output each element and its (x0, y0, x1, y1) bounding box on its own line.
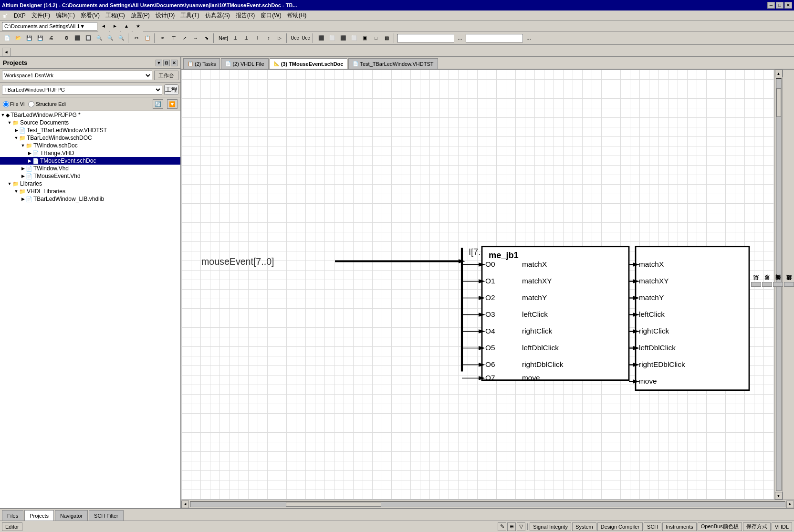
filter-input[interactable] (466, 34, 523, 42)
filter-status-icon[interactable]: ▽ (517, 522, 525, 531)
workspace-button[interactable]: 工作台 (154, 71, 178, 80)
tb-btn-8[interactable]: 🔍 (94, 33, 104, 43)
bottom-tab-schfilter[interactable]: SCH Filter (89, 510, 124, 521)
paste-btn[interactable]: 📋 (142, 33, 153, 43)
tb-btn-32[interactable]: … (523, 33, 534, 43)
bottom-tab-projects[interactable]: Projects (24, 510, 54, 521)
file-view-radio[interactable]: File Vi (3, 101, 24, 107)
tb-btn-5[interactable]: ⚙ (61, 33, 72, 43)
scroll-up-btn[interactable]: ▲ (775, 70, 783, 77)
tab-test[interactable]: 📄Test_TBarLedWindow.VHDTST (348, 58, 438, 69)
side-tab-1[interactable]: 测量导线 (784, 282, 794, 287)
panel-pin-btn[interactable]: ▼ (156, 60, 162, 66)
tree-item-trange[interactable]: ▶📄TRange.VHD (0, 149, 180, 157)
tab-tasks[interactable]: 📋(2) Tasks (183, 58, 220, 69)
close-button[interactable]: ✕ (784, 2, 792, 9)
menu-item-tools[interactable]: 工具(T) (178, 10, 202, 21)
refresh-btn[interactable]: 🔄 (153, 99, 163, 109)
tb-btn-14[interactable]: ↗ (179, 33, 190, 43)
editor-status[interactable]: Editor (2, 522, 22, 531)
panel-close-btn[interactable]: ✕ (171, 60, 178, 66)
tree-expand-twindow_vhd[interactable]: ▶ (20, 166, 26, 171)
print-btn[interactable]: 🖨 (46, 33, 56, 43)
tree-expand-tbar_lib[interactable]: ▶ (20, 197, 26, 201)
open-btn[interactable]: 📂 (13, 33, 23, 43)
tree-expand-tbar_sch[interactable]: ▼ (13, 136, 19, 140)
tree-item-vhdl_libs[interactable]: ▼📁VHDL Libraries (0, 188, 180, 195)
side-tab-3[interactable]: 波形 (762, 282, 772, 287)
tree-item-test_vhd[interactable]: ▶📄Test_TBarLedWindow.VHDTST (0, 126, 180, 134)
tb-btn-11[interactable]: ✂ (131, 33, 142, 43)
target-icon[interactable]: ⊕ (507, 522, 516, 531)
tb-btn-6[interactable]: ⬛ (72, 33, 83, 43)
filter-btn[interactable]: 🔽 (167, 99, 178, 109)
vhdl-label[interactable]: VHDL (772, 522, 792, 531)
tab-tmouse[interactable]: 📐(3) TMouseEvent.schDoc (270, 58, 348, 69)
menu-item-project[interactable]: 工程(C) (103, 10, 128, 21)
nav-forward-button[interactable]: ► (110, 21, 120, 31)
menu-item-design[interactable]: 设计(D) (153, 10, 178, 21)
tree-expand-root[interactable]: ▼ (0, 113, 6, 117)
save-btn[interactable]: 💾 (24, 33, 34, 43)
side-tab-4[interactable]: 规则 (751, 282, 761, 287)
nav-bookmark-button[interactable]: ★ (133, 21, 143, 31)
tb-btn-13[interactable]: ⊤ (168, 33, 179, 43)
tree-expand-tmouse_sch[interactable]: ▶ (27, 158, 32, 163)
tb-btn-27[interactable]: ⬜ (349, 33, 359, 43)
h-scroll-thumb[interactable] (286, 502, 381, 507)
save-method-label[interactable]: 保存方式 (743, 522, 771, 531)
nav-up-button[interactable]: ▲ (121, 21, 132, 31)
nav-back-button[interactable]: ◄ (98, 21, 109, 31)
tree-item-tbar_lib[interactable]: ▶📄TBarLedWindow_LIB.vhdlib (0, 195, 180, 203)
bottom-tab-navigator[interactable]: Navigator (55, 510, 88, 521)
tree-expand-libs[interactable]: ▼ (7, 181, 12, 186)
tb-btn-17[interactable]: ⊥ (230, 33, 241, 43)
scroll-right-btn[interactable]: ► (786, 501, 794, 508)
tb-btn-12[interactable]: ≈ (157, 33, 168, 43)
instruments-label[interactable]: Instruments (662, 522, 696, 531)
menu-item-view[interactable]: 察看(V) (78, 10, 103, 21)
tb-btn-15[interactable]: → (190, 33, 201, 43)
tree-item-root[interactable]: ▼◆TBarLedWindow.PRJFPG * (0, 111, 180, 119)
tree-item-tbar_sch[interactable]: ▼📁TBarLedWindow.schDOC (0, 134, 180, 142)
tb-btn-16[interactable]: ⬊ (201, 33, 212, 43)
tb-btn-20[interactable]: ↕ (263, 33, 274, 43)
tab-vhdl[interactable]: 📄(2) VHDL File (221, 58, 268, 69)
menu-item-place[interactable]: 放置(P) (128, 10, 153, 21)
menu-item-window[interactable]: 窗口(W) (258, 10, 284, 21)
menu-item-simulate[interactable]: 仿真器(S) (202, 10, 233, 21)
tree-expand-twin_doc[interactable]: ▼ (20, 143, 26, 148)
bottom-tab-files[interactable]: Files (2, 510, 23, 521)
tree-item-src[interactable]: ▼📁Source Documents (0, 119, 180, 126)
tree-item-twin_doc[interactable]: ▼📁TWindow.schDoc (0, 142, 180, 149)
side-tab-2[interactable]: 硬度判断 (773, 282, 783, 287)
tb-btn-18[interactable]: ⊥ (241, 33, 252, 43)
canvas-area[interactable]: mouseEvent[7..0] I[7..0] me_jb1 (181, 70, 783, 500)
tb-btn-31[interactable]: … (455, 33, 465, 43)
tree-item-libs[interactable]: ▼📁Libraries (0, 180, 180, 188)
tb-btn-7[interactable]: 🔲 (83, 33, 94, 43)
tree-expand-vhdl_libs[interactable]: ▼ (13, 189, 19, 194)
tb-btn-24[interactable]: ⬛ (316, 33, 326, 43)
structure-view-radio[interactable]: Structure Edi (28, 101, 66, 107)
tree-item-tmouse_vhd[interactable]: ▶📄TMouseEvent.Vhd (0, 172, 180, 180)
tb-btn-26[interactable]: ⬛ (338, 33, 348, 43)
scroll-left-btn[interactable]: ◄ (181, 501, 189, 508)
tb-btn-29[interactable]: □ (371, 33, 381, 43)
menu-item-help[interactable]: 帮助(H) (284, 10, 310, 21)
tree-expand-trange[interactable]: ▶ (27, 151, 32, 156)
sch-label[interactable]: SCH (644, 522, 661, 531)
tree-expand-tmouse_vhd[interactable]: ▶ (20, 174, 26, 178)
tree-expand-src[interactable]: ▼ (7, 120, 12, 125)
system-label[interactable]: System (572, 522, 596, 531)
tree-expand-test_vhd[interactable]: ▶ (13, 128, 19, 133)
menu-item-file[interactable]: 文件(F) (29, 10, 53, 21)
tb-btn-25[interactable]: ⬜ (327, 33, 337, 43)
tb-btn-9[interactable]: 🔍 (105, 33, 115, 43)
search-input[interactable] (397, 34, 454, 42)
project-select[interactable]: TBarLedWindow.PRJFPG (2, 85, 162, 94)
tb-btn-22[interactable]: Ucc (290, 33, 300, 43)
design-compiler-label[interactable]: Design Compiler (597, 522, 643, 531)
tb-btn-21[interactable]: ▷ (274, 33, 285, 43)
new-btn[interactable]: 📄 (2, 33, 12, 43)
